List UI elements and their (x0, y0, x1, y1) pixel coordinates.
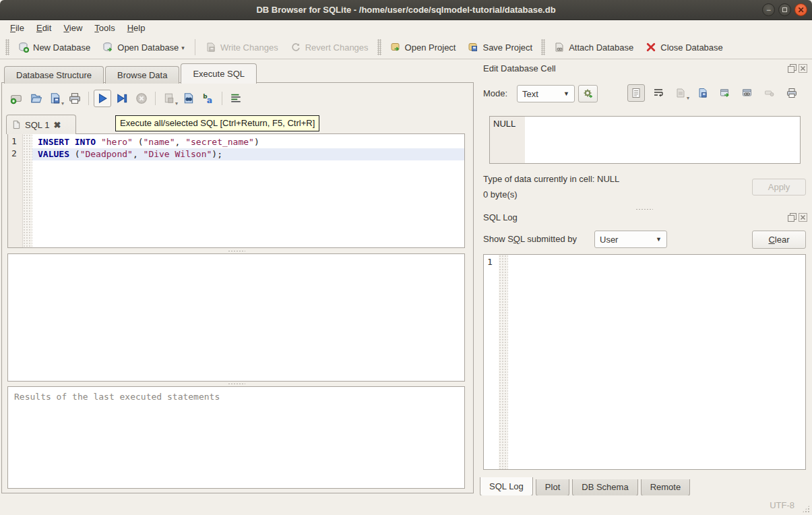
menu-edit[interactable]: Edit (30, 22, 57, 34)
results-message-pane[interactable]: Results of the last executed statements (7, 386, 465, 489)
attach-database-button[interactable]: Attach Database (548, 38, 639, 56)
document-icon (631, 88, 642, 98)
close-sql-tab-icon[interactable]: ✖ (53, 120, 61, 130)
float-panel-icon[interactable] (788, 213, 797, 222)
autocomplete-button[interactable]: ba (199, 90, 217, 107)
find-button[interactable] (180, 90, 197, 107)
save-dropdown-icon[interactable]: ▾ (61, 100, 64, 107)
execute-all-button[interactable] (94, 90, 111, 107)
execute-line-button[interactable] (113, 90, 131, 107)
save-as-icon (697, 88, 708, 98)
mode-select[interactable]: Text ▼ (517, 85, 575, 102)
right-dock: Edit Database Cell Mode: Text ▼ ▾ (476, 59, 812, 495)
maximize-icon[interactable] (778, 3, 791, 16)
chevron-down-icon: ▼ (563, 90, 569, 97)
menu-help[interactable]: Help (121, 22, 152, 34)
revert-changes-button[interactable]: Revert Changes (284, 38, 375, 56)
open-project-icon (390, 42, 401, 53)
resize-grip[interactable] (802, 505, 810, 513)
import-dropdown-icon: ▾ (687, 95, 689, 101)
new-database-button[interactable]: New Database (12, 38, 96, 56)
encoding-indicator[interactable]: UTF-8 (770, 500, 794, 510)
app-window: DB Browser for SQLite - /home/user/code/… (0, 0, 812, 515)
write-changes-button[interactable]: Write Changes (199, 38, 284, 56)
log-filter-select[interactable]: User ▼ (594, 231, 667, 248)
text-mode-toggle[interactable] (627, 84, 645, 102)
cell-value-editor[interactable]: NULL (489, 116, 801, 164)
chevron-down-icon: ▼ (656, 236, 662, 243)
import-data-button[interactable]: ▾ (672, 84, 689, 102)
format-sql-button[interactable] (227, 90, 245, 107)
copy-link-button[interactable] (739, 84, 756, 102)
export-data-button[interactable] (694, 84, 712, 102)
status-bar: UTF-8 (0, 495, 812, 515)
tab-remote[interactable]: Remote (641, 479, 691, 496)
print-cell-button[interactable] (783, 84, 801, 102)
play-icon (96, 92, 108, 104)
save-project-button[interactable]: Save Project (462, 38, 538, 56)
toolbar-drag-handle[interactable] (5, 39, 9, 55)
new-tab-icon (10, 92, 22, 104)
main-tab-bar: Database Structure Browse Data Execute S… (4, 63, 258, 83)
menu-bar: File Edit View Tools Help (0, 20, 812, 36)
close-panel-icon[interactable] (799, 64, 807, 73)
apply-button[interactable]: Apply (752, 179, 806, 195)
tab-db-schema[interactable]: DB Schema (572, 479, 637, 496)
print-sql-button[interactable] (66, 90, 84, 107)
save-sql-file-button[interactable]: ▾ (46, 90, 64, 107)
log-fold-margin (499, 255, 508, 469)
toolbar-drag-handle[interactable] (377, 39, 381, 55)
open-database-button[interactable]: Open Database ▾ (96, 38, 191, 56)
open-project-button[interactable]: Open Project (384, 38, 462, 56)
clear-log-button[interactable]: Clear (752, 231, 806, 249)
stop-button[interactable] (133, 90, 150, 107)
menu-file[interactable]: File (4, 22, 30, 34)
menu-tools[interactable]: Tools (88, 22, 121, 34)
code-area[interactable]: INSERT INTO "hero" ("name", "secret_name… (32, 134, 464, 247)
cell-editor-toolbar: ▾ (627, 84, 801, 102)
mode-label: Mode: (483, 88, 507, 98)
open-sql-file-button[interactable] (27, 90, 44, 107)
attach-database-icon (554, 42, 565, 53)
tab-execute-sql[interactable]: Execute SQL (181, 63, 257, 84)
float-panel-icon[interactable] (788, 64, 797, 73)
open-database-dropdown-icon[interactable]: ▾ (181, 44, 185, 53)
set-null-button[interactable] (761, 84, 778, 102)
splitter-handle[interactable] (7, 382, 465, 386)
close-icon[interactable]: ✕ (794, 3, 807, 16)
menu-view[interactable]: View (57, 22, 88, 34)
main-toolbar: New Database Open Database ▾ Write Chang… (0, 36, 812, 59)
printer-icon (69, 92, 81, 104)
export-results-button[interactable]: ▾ (160, 90, 178, 107)
toolbar-drag-handle[interactable] (541, 39, 545, 55)
line-number-gutter: 1 2 (8, 134, 23, 247)
results-grid-pane[interactable] (7, 253, 465, 382)
settings-button[interactable] (578, 85, 598, 102)
sql-log-dock-controls (788, 213, 807, 222)
new-sql-tab-button[interactable] (7, 90, 25, 107)
tab-sql-log[interactable]: SQL Log (480, 477, 533, 496)
gear-icon (583, 88, 594, 99)
sql-document-tab[interactable]: SQL 1 ✖ (6, 115, 76, 134)
cell-type-info: Type of data currently in cell: NULL (483, 174, 619, 184)
svg-text:a: a (207, 96, 212, 104)
cell-value: NULL (493, 119, 516, 129)
sql-editor[interactable]: 1 2 INSERT INTO "hero" ("name", "secret_… (7, 133, 465, 248)
minimize-icon[interactable]: − (762, 3, 775, 16)
splitter-handle[interactable] (7, 249, 465, 253)
dock-splitter-handle[interactable] (476, 207, 812, 211)
close-panel-icon[interactable] (799, 213, 807, 222)
set-null-disabled-icon (764, 88, 775, 98)
open-external-button[interactable] (716, 84, 734, 102)
open-file-icon (30, 92, 42, 104)
tab-plot[interactable]: Plot (536, 479, 569, 496)
tab-database-structure[interactable]: Database Structure (4, 66, 104, 84)
sql-log-view[interactable]: 1 (483, 254, 806, 470)
word-wrap-button[interactable] (650, 84, 667, 102)
title-bar[interactable]: DB Browser for SQLite - /home/user/code/… (0, 0, 812, 20)
tab-browse-data[interactable]: Browse Data (105, 66, 179, 84)
close-database-button[interactable]: Close Database (639, 38, 729, 56)
code-line-1: INSERT INTO "hero" ("name", "secret_name… (32, 136, 464, 148)
import-disabled-icon (675, 88, 686, 98)
edit-cell-panel-title: Edit Database Cell (483, 63, 556, 73)
